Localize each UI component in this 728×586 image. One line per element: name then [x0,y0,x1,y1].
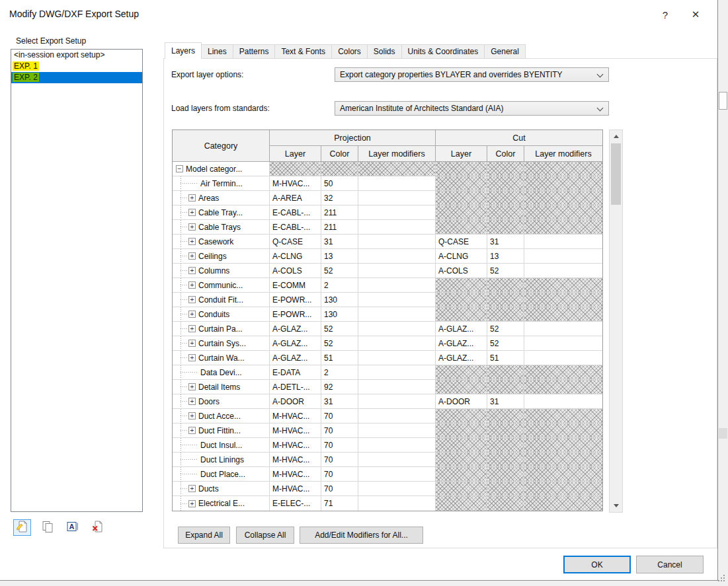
projection-color-cell[interactable]: 130 [321,307,358,322]
category-cell[interactable]: +Ducts [173,482,270,496]
scroll-up-button[interactable] [610,130,622,143]
projection-color-cell[interactable]: 2 [321,278,358,293]
category-cell[interactable]: −Model categor... [173,162,270,176]
expand-icon[interactable]: + [188,354,196,361]
projection-color-cell[interactable]: 130 [321,293,358,307]
projection-layer-cell[interactable]: M-HVAC... [270,176,321,191]
expand-icon[interactable]: + [188,311,196,318]
cut-modifiers-cell[interactable] [524,322,602,336]
projection-layer-cell[interactable]: M-HVAC... [270,423,321,438]
category-cell[interactable]: +Conduits [173,307,270,322]
category-cell[interactable]: Duct Linings [173,453,270,467]
projection-modifiers-cell[interactable] [358,351,436,365]
projection-layer-cell[interactable]: Q-CASE [270,235,321,249]
export-layer-options-select[interactable]: Export category properties BYLAYER and o… [335,67,609,82]
tab-colors[interactable]: Colors [332,44,368,59]
projection-color-cell[interactable]: 70 [321,409,358,423]
cut-modifiers-cell[interactable] [524,264,602,278]
projection-color-cell[interactable]: 70 [321,423,358,438]
projection-color-cell[interactable]: 32 [321,191,358,205]
category-cell[interactable]: +Detail Items [173,380,270,394]
table-scrollbar[interactable] [609,129,623,513]
projection-color-cell[interactable]: 31 [321,235,358,249]
projection-color-cell[interactable]: 211 [321,205,358,220]
export-setup-list[interactable]: <in-session export setup>EXP. 1EXP. 2 [11,49,143,512]
load-layers-select[interactable]: American Institute of Architects Standar… [335,101,609,116]
projection-layer-cell[interactable]: E-POWR... [270,307,321,322]
projection-modifiers-cell[interactable] [358,394,436,409]
tab-text-fonts[interactable]: Text & Fonts [275,44,332,59]
projection-layer-cell[interactable]: A-CLNG [270,249,321,264]
category-cell[interactable]: +Curtain Wa... [173,351,270,365]
projection-modifiers-cell[interactable] [358,322,436,336]
projection-modifiers-cell[interactable] [358,220,436,235]
projection-color-cell[interactable]: 2 [321,365,358,380]
cut-layer-cell[interactable]: A-DOOR [436,394,487,409]
export-setup-item[interactable]: EXP. 1 [11,61,142,72]
projection-layer-cell[interactable]: M-HVAC... [270,409,321,423]
expand-icon[interactable]: + [188,238,196,245]
category-cell[interactable]: +Columns [173,264,270,278]
cut-layer-cell[interactable]: A-GLAZ... [436,336,487,351]
category-cell[interactable]: Data Devi... [173,365,270,380]
close-button[interactable]: ✕ [684,5,707,24]
expand-icon[interactable]: + [188,398,196,405]
cut-color-cell[interactable]: 31 [487,394,524,409]
projection-layer-cell[interactable]: A-DETL-... [270,380,321,394]
projection-modifiers-cell[interactable] [358,365,436,380]
projection-color-cell[interactable]: 92 [321,380,358,394]
tab-solids[interactable]: Solids [368,44,402,59]
cut-color-cell[interactable]: 13 [487,249,524,264]
projection-layer-cell[interactable]: A-GLAZ... [270,351,321,365]
projection-color-cell[interactable]: 71 [321,496,358,511]
projection-layer-cell[interactable]: E-COMM [270,278,321,293]
collapse-all-button[interactable]: Collapse All [236,527,294,544]
tab-patterns[interactable]: Patterns [233,44,276,59]
projection-layer-cell[interactable]: A-COLS [270,264,321,278]
cut-modifiers-cell[interactable] [524,394,602,409]
ok-button[interactable]: OK [563,556,631,573]
projection-color-cell[interactable]: 70 [321,467,358,482]
expand-icon[interactable]: + [188,267,196,274]
help-button[interactable]: ? [655,5,675,24]
projection-modifiers-cell[interactable] [358,249,436,264]
category-cell[interactable]: Duct Place... [173,467,270,482]
tab-units-coordinates[interactable]: Units & Coordinates [402,44,485,59]
cut-layer-cell[interactable]: A-GLAZ... [436,351,487,365]
expand-icon[interactable]: + [188,412,196,420]
projection-color-cell[interactable]: 31 [321,394,358,409]
category-cell[interactable]: Air Termin... [173,176,270,191]
expand-icon[interactable]: + [188,340,196,347]
cut-color-cell[interactable]: 52 [487,322,524,336]
projection-color-cell[interactable]: 211 [321,220,358,235]
collapse-icon[interactable]: − [176,165,183,172]
expand-icon[interactable]: + [188,427,196,434]
new-export-setup-button[interactable] [13,519,31,536]
projection-modifiers-cell[interactable] [358,191,436,205]
cut-modifiers-cell[interactable] [524,249,602,264]
expand-icon[interactable]: + [188,383,196,390]
cut-modifiers-cell[interactable] [524,235,602,249]
add-edit-modifiers-button[interactable]: Add/Edit Modifiers for All... [300,527,423,544]
projection-layer-cell[interactable]: E-CABL-... [270,205,321,220]
cut-color-cell[interactable]: 31 [487,235,524,249]
projection-modifiers-cell[interactable] [358,467,436,482]
category-cell[interactable]: +Cable Trays [173,220,270,235]
projection-modifiers-cell[interactable] [358,235,436,249]
expand-icon[interactable]: + [188,296,196,303]
projection-layer-cell[interactable]: M-HVAC... [270,438,321,453]
cancel-button[interactable]: Cancel [636,556,704,573]
projection-modifiers-cell[interactable] [358,205,436,220]
category-cell[interactable]: +Duct Acce... [173,409,270,423]
cut-layer-cell[interactable]: A-CLNG [436,249,487,264]
expand-icon[interactable]: + [188,252,196,260]
category-cell[interactable]: +Ceilings [173,249,270,264]
projection-layer-cell[interactable]: E-ELEC-... [270,496,321,511]
projection-color-cell[interactable]: 51 [321,351,358,365]
projection-color-cell[interactable]: 70 [321,453,358,467]
projection-layer-cell[interactable]: E-POWR... [270,293,321,307]
projection-modifiers-cell[interactable] [358,336,436,351]
category-cell[interactable]: +Electrical E... [173,496,270,511]
category-cell[interactable]: +Casework [173,235,270,249]
expand-icon[interactable]: + [188,485,196,492]
